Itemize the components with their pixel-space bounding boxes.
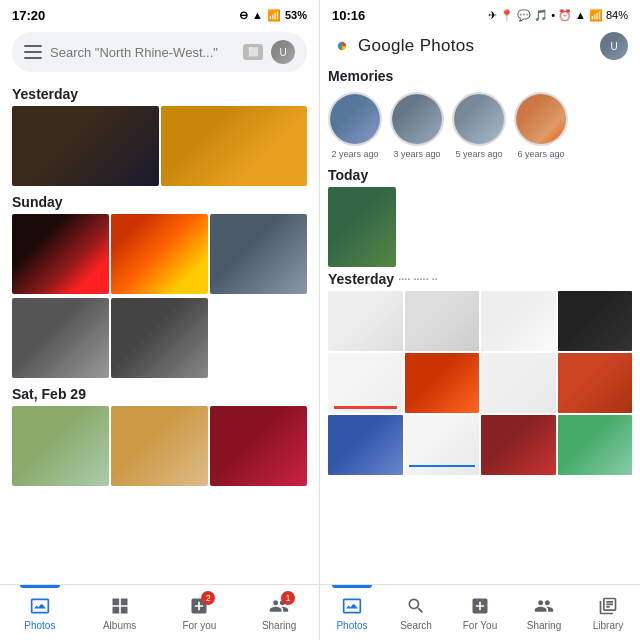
right-nav-photos[interactable]: Photos xyxy=(320,585,384,640)
right-grid-cell-9[interactable] xyxy=(328,415,403,475)
left-nav-albums[interactable]: Albums xyxy=(80,585,160,640)
left-nav-photos[interactable]: Photos xyxy=(0,585,80,640)
right-nav-photos-label: Photos xyxy=(336,620,367,631)
memories-section: Memories 2 years ago 3 years ago xyxy=(328,68,632,159)
left-nav-sharing[interactable]: 1 Sharing xyxy=(239,585,319,640)
memory-time-1: 2 years ago xyxy=(331,149,378,159)
photo-blue-grey[interactable] xyxy=(210,214,307,294)
memory-time-4: 6 years ago xyxy=(517,149,564,159)
memory-item-3[interactable]: 5 years ago xyxy=(452,92,506,159)
sat-photos xyxy=(0,406,319,488)
photo-bw2[interactable] xyxy=(111,298,208,378)
photo-yellow[interactable] xyxy=(161,106,308,186)
left-nav-photos-label: Photos xyxy=(24,620,55,631)
right-yesterday-section: Yesterday ···· ····· ·· xyxy=(328,271,632,475)
right-nav-for-you-label: For You xyxy=(463,620,497,631)
right-header: Google Photos U xyxy=(320,28,640,68)
section-sat-feb29: Sat, Feb 29 xyxy=(0,380,319,488)
right-nav-search-label: Search xyxy=(400,620,432,631)
right-grid-cell-12[interactable] xyxy=(558,415,633,475)
left-search-input[interactable] xyxy=(50,45,235,60)
memory-item-2[interactable]: 3 years ago xyxy=(390,92,444,159)
sunday-label: Sunday xyxy=(0,188,319,214)
sim-icon: ⊖ xyxy=(239,9,248,22)
left-panel: 17:20 ⊖ ▲ 📶 53% ⬜ U Yesterday xyxy=(0,0,320,640)
whatsapp-icon: 💬 xyxy=(517,9,531,22)
yesterday-photos xyxy=(0,106,319,188)
memory-circle-4 xyxy=(514,92,568,146)
right-grid-cell-1[interactable] xyxy=(328,291,403,351)
left-status-icons: ⊖ ▲ 📶 53% xyxy=(239,9,307,22)
memory-item-4[interactable]: 6 years ago xyxy=(514,92,568,159)
left-user-avatar[interactable]: U xyxy=(271,40,295,64)
memory-item-1[interactable]: 2 years ago xyxy=(328,92,382,159)
left-content: Yesterday Sunday xyxy=(0,80,319,584)
right-grid-cell-2[interactable] xyxy=(405,291,480,351)
memories-row: 2 years ago 3 years ago 5 years ago xyxy=(328,92,632,159)
photo-colorful[interactable] xyxy=(111,214,208,294)
hamburger-menu[interactable] xyxy=(24,45,42,59)
albums-nav-icon xyxy=(108,594,132,618)
memory-circle-3 xyxy=(452,92,506,146)
right-grid-cell-5[interactable] xyxy=(328,353,403,413)
right-grid-cell-10[interactable] xyxy=(405,415,480,475)
right-grid-cell-4[interactable] xyxy=(558,291,633,351)
left-search-bar[interactable]: ⬜ U xyxy=(12,32,307,72)
music-icon: 🎵 xyxy=(534,9,548,22)
cast-icon[interactable]: ⬜ xyxy=(243,44,263,60)
right-battery: 84% xyxy=(606,9,628,21)
memories-label: Memories xyxy=(328,68,632,84)
today-section: Today xyxy=(328,167,632,267)
photo-outdoor2[interactable] xyxy=(111,406,208,486)
right-status-bar: 10:16 ✈ 📍 💬 🎵 • ⏰ ▲ 📶 84% xyxy=(320,0,640,28)
photo-empty xyxy=(210,298,307,378)
photo-outdoor1[interactable] xyxy=(12,406,109,486)
photo-tv[interactable] xyxy=(12,106,159,186)
memory-circle-1 xyxy=(328,92,382,146)
right-grid-cell-11[interactable] xyxy=(481,415,556,475)
right-time: 10:16 xyxy=(332,8,365,23)
right-wifi-icon: 📶 xyxy=(589,9,603,22)
photo-red-stage[interactable] xyxy=(12,214,109,294)
battery-text: 53% xyxy=(285,9,307,21)
sat-feb29-label: Sat, Feb 29 xyxy=(0,380,319,406)
photos-nav-icon xyxy=(28,594,52,618)
right-nav-search[interactable]: Search xyxy=(384,585,448,640)
memory-time-2: 3 years ago xyxy=(393,149,440,159)
left-nav-for-you-label: For you xyxy=(182,620,216,631)
signal-icon: ▲ xyxy=(252,9,263,21)
section-sunday: Sunday xyxy=(0,188,319,380)
right-search-nav-icon xyxy=(404,594,428,618)
memory-circle-2 xyxy=(390,92,444,146)
right-yesterday-label: Yesterday ···· ····· ·· xyxy=(328,271,632,287)
left-bottom-nav: Photos Albums 2 For you 1 Sharing xyxy=(0,584,319,640)
today-photo[interactable] xyxy=(328,187,396,267)
today-label: Today xyxy=(328,167,632,183)
right-for-you-nav-icon xyxy=(468,594,492,618)
left-nav-albums-label: Albums xyxy=(103,620,136,631)
right-grid-cell-6[interactable] xyxy=(405,353,480,413)
right-nav-sharing[interactable]: Sharing xyxy=(512,585,576,640)
photo-red2[interactable] xyxy=(210,406,307,486)
right-status-icons: ✈ 📍 💬 🎵 • ⏰ ▲ 📶 84% xyxy=(488,9,628,22)
right-sharing-nav-icon xyxy=(532,594,556,618)
right-nav-for-you[interactable]: For You xyxy=(448,585,512,640)
right-bottom-nav: Photos Search For You Sharing Library xyxy=(320,584,640,640)
left-status-bar: 17:20 ⊖ ▲ 📶 53% xyxy=(0,0,319,28)
right-user-avatar[interactable]: U xyxy=(600,32,628,60)
right-title: Google Photos xyxy=(358,36,474,56)
left-nav-sharing-label: Sharing xyxy=(262,620,296,631)
right-grid-cell-8[interactable] xyxy=(558,353,633,413)
right-signal-icon: ▲ xyxy=(575,9,586,21)
right-photos-nav-icon xyxy=(340,594,364,618)
right-nav-library[interactable]: Library xyxy=(576,585,640,640)
google-photos-logo: Google Photos xyxy=(332,36,474,56)
alarm-icon: ⏰ xyxy=(558,9,572,22)
right-grid-cell-3[interactable] xyxy=(481,291,556,351)
right-grid-cell-7[interactable] xyxy=(481,353,556,413)
telegram-icon: ✈ xyxy=(488,9,497,22)
dot-icon: • xyxy=(551,9,555,21)
photo-bw1[interactable] xyxy=(12,298,109,378)
sunday-row1 xyxy=(0,214,319,296)
left-nav-for-you[interactable]: 2 For you xyxy=(160,585,240,640)
